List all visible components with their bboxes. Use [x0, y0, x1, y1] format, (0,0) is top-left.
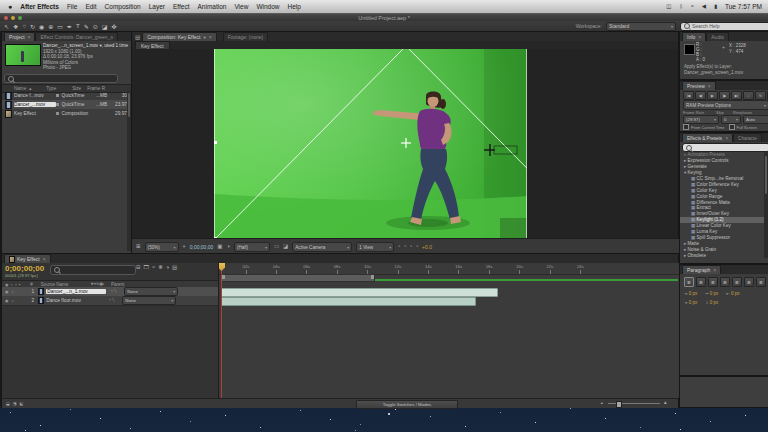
parent-dropdown[interactable]: None [122, 296, 176, 305]
display-icon[interactable]: ◫ [666, 4, 671, 10]
menu-app[interactable]: After Effects [20, 3, 59, 10]
chevron-down-icon[interactable] [203, 34, 205, 40]
timeline-search-field[interactable] [50, 265, 136, 275]
view-layout-dropdown[interactable]: 1 View [356, 242, 394, 252]
space-after-field[interactable]: ⇂ 0 px [705, 300, 718, 305]
align-left-button[interactable]: ☰ [684, 277, 694, 287]
indent-right-field[interactable]: ⇤ 0 px [726, 291, 739, 296]
zoom-out-mountain-icon[interactable]: ▲ [600, 402, 604, 406]
brush-tool-icon[interactable]: ✎ [84, 23, 89, 30]
from-current-time-checkbox[interactable]: From Current Time [683, 124, 725, 130]
indent-first-line-field[interactable]: ⇀ 0 px [705, 291, 718, 296]
effects-group-animation-presets[interactable]: Animation Presets [680, 152, 764, 158]
previous-frame-button[interactable]: ◀| [695, 91, 706, 100]
justify-last-left-button[interactable]: ☰ [720, 277, 730, 287]
resolution-dropdown[interactable]: (Half) [234, 242, 270, 252]
layer-row-2[interactable]: ◉ ♪ 2 Dance floor.mov ⚬ ╲ None [2, 296, 218, 306]
project-search-field[interactable] [4, 74, 118, 83]
pan-behind-tool-icon[interactable]: ⊕ [48, 23, 53, 30]
pen-tool-icon[interactable]: ✒ [67, 23, 72, 30]
project-row-key-effect[interactable]: Key Effect Composition 29.97 [2, 109, 127, 118]
full-screen-checkbox[interactable]: Full Screen [729, 124, 757, 130]
tab-character[interactable]: Characte [733, 133, 762, 142]
project-row-dancer-selected[interactable]: Dancer_...mov QuickTime ...MB 23.97 [2, 100, 127, 109]
composition-mini-flowchart-icon[interactable]: ⊟ [136, 265, 141, 271]
tab-project[interactable]: Project× [4, 32, 35, 41]
menu-effect[interactable]: Effect [173, 3, 190, 10]
current-time-indicator-line[interactable] [221, 267, 222, 398]
skip-dropdown[interactable]: 0 [721, 115, 741, 124]
tab-timeline-key-effect[interactable]: Key Effect× [4, 254, 51, 263]
menu-view[interactable]: View [234, 3, 248, 10]
hide-shy-layers-icon[interactable]: ≈ [152, 265, 155, 271]
label-swatch[interactable] [56, 94, 59, 97]
effects-scrollbar[interactable] [764, 152, 768, 258]
zoom-in-mountain-icon[interactable]: ▲ [663, 401, 668, 406]
tab-audio[interactable]: Audio [706, 32, 729, 41]
panel-menu-icon[interactable]: ▤ [135, 35, 140, 41]
timeline-button-icon[interactable]: ▫ [410, 244, 412, 250]
layer-switches[interactable]: ⚬ ╲ [108, 299, 114, 303]
mask-tool-icon[interactable]: ▭ [57, 23, 63, 30]
layer-bar-2[interactable] [221, 297, 476, 306]
tab-effects-presets[interactable]: Effects & Presets× [682, 133, 733, 142]
exposure-value[interactable]: +0.0 [422, 244, 432, 250]
frame-rate-dropdown[interactable]: (29.97) [683, 115, 719, 124]
next-frame-button[interactable]: |▶ [719, 91, 730, 100]
space-before-field[interactable]: ⇥ 0 px [684, 300, 697, 305]
layer-bar-1[interactable] [221, 288, 498, 297]
camera-tool-icon[interactable]: ◉ [39, 23, 44, 30]
draft-3d-icon[interactable]: 🗖 [144, 265, 150, 271]
pixel-aspect-icon[interactable]: ▫ [398, 244, 400, 250]
graph-editor-icon[interactable]: ▤ [172, 265, 177, 271]
tab-footage[interactable]: Footage: (none) [223, 32, 269, 41]
align-right-button[interactable]: ☰ [708, 277, 718, 287]
grid-guides-icon[interactable]: ⊞ [136, 244, 141, 250]
indent-left-field[interactable]: ⇥ 0 px [684, 291, 697, 296]
last-frame-button[interactable]: ▶| [731, 91, 742, 100]
menu-composition[interactable]: Composition [105, 3, 141, 10]
audio-icon[interactable]: ♪ [12, 290, 14, 294]
tab-effect-controls[interactable]: Effect Controls: Dancer_green_s [35, 32, 117, 41]
tab-preview[interactable]: Preview× [682, 81, 716, 90]
justify-last-center-button[interactable]: ☰ [732, 277, 742, 287]
play-button[interactable]: ▶ [707, 91, 718, 100]
battery-icon[interactable]: ▮ [714, 4, 717, 10]
clone-stamp-tool-icon[interactable]: ⊙ [93, 23, 98, 30]
show-channel-icon[interactable]: ◑ [227, 244, 230, 250]
work-area-start-handle[interactable] [222, 275, 225, 279]
timeline-zoom-slider[interactable] [608, 403, 660, 404]
expand-transfer-pane-icon[interactable]: ⬕ [20, 402, 24, 406]
volume-icon[interactable]: ◀ [702, 4, 706, 10]
eraser-tool-icon[interactable]: ◪ [102, 23, 108, 30]
fast-previews-icon[interactable]: ▫ [404, 244, 406, 250]
workspace-dropdown[interactable]: Standard [606, 22, 676, 31]
zoom-window-button[interactable] [18, 16, 22, 20]
expand-in-out-pane-icon[interactable]: ⬔ [13, 402, 17, 406]
search-help-input[interactable]: Search Help [680, 22, 768, 31]
justify-all-button[interactable]: ☰ [756, 277, 766, 287]
transparency-grid-icon[interactable]: ◪ [283, 244, 288, 250]
close-icon[interactable]: × [43, 256, 46, 262]
window-titlebar[interactable]: Untitled Project.aep * [0, 14, 768, 21]
snapshot-icon[interactable]: ▣ [217, 244, 222, 250]
loop-button[interactable]: ↻ [755, 91, 766, 100]
hand-tool-icon[interactable]: ❖ [13, 23, 18, 30]
timeline-timecode[interactable]: 0;00;00;00 [5, 264, 44, 273]
menu-layer[interactable]: Layer [149, 3, 165, 10]
label-swatch[interactable] [56, 103, 59, 106]
menu-file[interactable]: File [67, 3, 77, 10]
zoom-tool-icon[interactable]: ○ [22, 23, 26, 29]
work-area-end-handle[interactable] [371, 275, 374, 279]
flowchart-icon[interactable]: ▫ [416, 244, 418, 250]
parent-dropdown[interactable]: None [124, 287, 178, 296]
close-icon[interactable]: × [28, 34, 31, 40]
eye-icon[interactable]: ◉ [5, 290, 9, 294]
project-row-dance-floor[interactable]: Dance f...mov QuickTime ...MB 30 [2, 91, 127, 100]
menubar-clock[interactable]: Tue 7:57 PM [725, 3, 762, 10]
label-swatch[interactable] [56, 112, 59, 115]
minimize-window-button[interactable] [11, 16, 15, 20]
resolution-preview-dropdown[interactable]: Auto [743, 115, 768, 124]
menu-window[interactable]: Window [256, 3, 279, 10]
type-tool-icon[interactable]: T [76, 23, 80, 29]
